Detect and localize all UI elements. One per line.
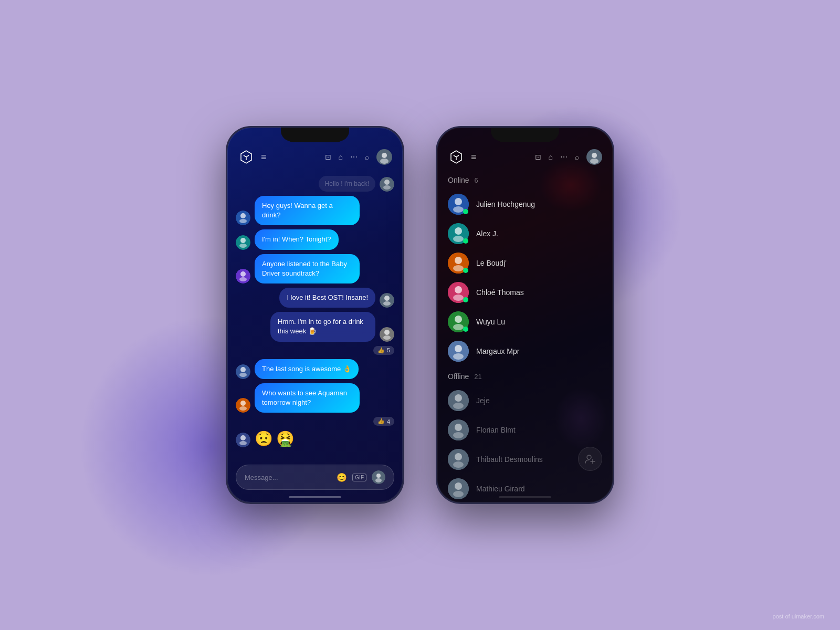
emoji-reaction: 😟🤮	[255, 430, 295, 447]
svg-point-8	[240, 213, 246, 218]
message-row: The last song is awesome 👌	[236, 359, 394, 379]
chat-icon-2[interactable]: ⋯	[560, 153, 568, 161]
online-count: 6	[474, 176, 478, 184]
svg-point-20	[384, 330, 390, 335]
message-group: Hmm. I'm in to go for a drink this week …	[236, 312, 394, 354]
user-item-leboudj[interactable]: Le Boudj'	[448, 248, 602, 278]
svg-point-5	[384, 180, 390, 185]
user-avatar-margaux	[448, 341, 469, 362]
user-avatar-wrap	[448, 341, 469, 362]
online-indicator	[463, 327, 468, 332]
header-icons-2: ⊡ ⌂ ⋯ ⌕	[535, 149, 602, 165]
offline-section-header: Offline 21	[448, 372, 602, 381]
message-bubble: I love it! Best OST! Insane!	[279, 288, 375, 308]
svg-point-39	[455, 198, 462, 205]
svg-point-12	[239, 244, 247, 248]
svg-point-14	[240, 271, 246, 277]
notch-2	[491, 128, 559, 141]
user-avatar-wrap	[448, 223, 469, 244]
message-row: Who wants to see Aquaman tomorrow night?	[236, 383, 360, 413]
header-icons: ⊡ ⌂ ⋯ ⌕	[325, 149, 392, 165]
svg-point-55	[453, 353, 464, 360]
phone-chat: ≡ ⊡ ⌂ ⋯ ⌕ Hello ! i'm back!	[226, 126, 404, 504]
online-indicator	[463, 268, 468, 273]
message-row: Hmm. I'm in to go for a drink this week …	[270, 312, 394, 341]
message-bubble: Hmm. I'm in to go for a drink this week …	[270, 312, 375, 341]
hamburger-icon[interactable]: ≡	[261, 152, 268, 163]
user-avatar-2[interactable]	[586, 149, 602, 165]
svg-point-45	[455, 257, 462, 264]
online-indicator	[463, 297, 468, 302]
svg-point-43	[453, 236, 464, 242]
message-row: I'm in! When? Tonight?	[236, 229, 394, 249]
emoji-icon[interactable]: 😊	[337, 472, 347, 482]
svg-point-11	[240, 238, 246, 243]
user-item-margaux[interactable]: Margaux Mpr	[448, 337, 602, 366]
message-row: Hey guys! Wanna get a drink?	[236, 196, 394, 225]
user-item-chloe[interactable]: Chloé Thomas	[448, 278, 602, 307]
user-avatar-florian	[448, 419, 469, 440]
search-icon-2[interactable]: ⌕	[575, 153, 579, 161]
reaction-badge: 👍 4	[373, 417, 394, 426]
user-item-mathieu[interactable]: Mathieu Girard	[448, 474, 602, 503]
svg-point-42	[455, 227, 462, 235]
hamburger-icon-2[interactable]: ≡	[471, 152, 478, 163]
svg-point-60	[455, 424, 462, 431]
message-bubble: Hey guys! Wanna get a drink?	[255, 196, 360, 225]
message-input-bar[interactable]: Message... 😊 GIF	[236, 465, 394, 490]
user-avatar-wrap	[448, 311, 469, 332]
home-indicator	[289, 496, 341, 498]
bookmark-icon[interactable]: ⊡	[325, 153, 331, 161]
svg-point-2	[382, 153, 387, 158]
user-avatar-jeje	[448, 390, 469, 411]
chat-icon[interactable]: ⋯	[350, 153, 358, 161]
message-bubble: The last song is awesome 👌	[255, 359, 359, 379]
mail-icon-2[interactable]: ⌂	[549, 153, 553, 161]
user-item-wuyu[interactable]: Wuyu Lu	[448, 307, 602, 337]
user-item-julien[interactable]: Julien Hochgenug	[448, 190, 602, 219]
online-label: Online	[448, 176, 469, 184]
gif-button[interactable]: GIF	[352, 474, 366, 481]
user-name-leboudj: Le Boudj'	[476, 259, 507, 267]
svg-point-46	[453, 265, 464, 271]
user-avatar[interactable]	[376, 149, 392, 165]
svg-point-32	[376, 474, 381, 478]
user-avatar-thibault	[448, 449, 469, 470]
svg-point-36	[592, 153, 597, 158]
svg-point-18	[383, 301, 391, 306]
user-item-alex[interactable]: Alex J.	[448, 219, 602, 248]
chat-area: Hello ! i'm back! Hey guys! Wanna get a …	[227, 172, 403, 452]
message-bubble: I'm in! When? Tonight?	[255, 229, 339, 249]
mail-icon[interactable]: ⌂	[339, 153, 343, 161]
user-item-jeje[interactable]: Jeje	[448, 386, 602, 415]
svg-point-30	[239, 441, 247, 445]
message-placeholder: Message...	[245, 474, 331, 481]
user-name-wuyu: Wuyu Lu	[476, 318, 505, 326]
search-icon[interactable]: ⌕	[365, 153, 369, 161]
message-row: Anyone listened to the Baby Driver sound…	[236, 254, 394, 284]
watermark: post of uimaker.com	[773, 613, 824, 620]
svg-point-61	[453, 432, 464, 438]
message-row: Hello ! i'm back!	[236, 176, 394, 192]
svg-point-33	[375, 478, 382, 482]
svg-point-57	[455, 394, 462, 402]
message-row: 😟🤮	[236, 430, 394, 447]
logo-2	[448, 149, 465, 165]
svg-point-37	[590, 159, 598, 164]
svg-point-48	[455, 286, 462, 293]
user-avatar-wrap	[448, 478, 469, 499]
svg-point-51	[455, 316, 462, 323]
reaction-badge: 👍 5	[373, 346, 394, 355]
svg-point-52	[453, 324, 464, 330]
user-avatar-wrap	[448, 194, 469, 215]
svg-point-49	[453, 295, 464, 301]
bookmark-icon-2[interactable]: ⊡	[535, 153, 541, 161]
send-avatar[interactable]	[372, 470, 385, 484]
user-item-florian[interactable]: Florian Blmt	[448, 415, 602, 445]
svg-point-26	[240, 401, 246, 406]
svg-point-21	[383, 335, 391, 340]
user-name-florian: Florian Blmt	[476, 426, 516, 434]
user-item-thibault[interactable]: Thibault Desmoulins	[448, 445, 602, 474]
online-list: Online 6 Julien Hochgenug	[437, 172, 613, 504]
message-group: Who wants to see Aquaman tomorrow night?…	[236, 383, 394, 426]
